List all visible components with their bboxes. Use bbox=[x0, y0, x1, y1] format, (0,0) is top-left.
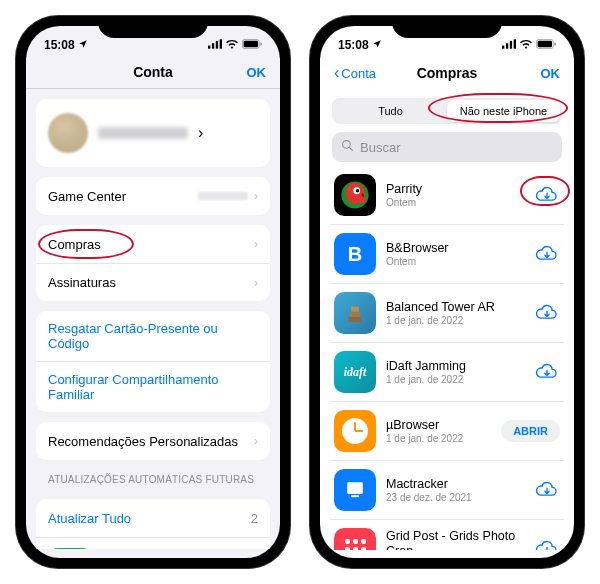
cloud-download-button[interactable] bbox=[534, 477, 560, 503]
signal-icon bbox=[502, 38, 516, 52]
back-button[interactable]: ‹ Conta bbox=[334, 64, 394, 82]
svg-rect-8 bbox=[506, 43, 508, 48]
app-name: Balanced Tower AR bbox=[386, 300, 524, 315]
svg-line-15 bbox=[349, 147, 352, 150]
app-icon bbox=[334, 528, 376, 550]
app-icon bbox=[334, 469, 376, 511]
resgatar-row[interactable]: Resgatar Cartão-Presente ou Código bbox=[36, 311, 270, 361]
svg-rect-9 bbox=[510, 41, 512, 49]
app-icon bbox=[334, 410, 376, 452]
assinaturas-row[interactable]: Assinaturas › bbox=[36, 263, 270, 301]
svg-rect-6 bbox=[260, 42, 261, 45]
profile-name-blurred bbox=[98, 127, 188, 139]
phone-right: 15:08 ‹ Conta Co bbox=[310, 16, 584, 568]
app-row-ubrowser[interactable]: µBrowser 1 de jan. de 2022 ABRIR bbox=[330, 402, 564, 461]
seg-nao-neste-iphone[interactable]: Não neste iPhone bbox=[447, 100, 560, 122]
nav-title: Conta bbox=[133, 64, 173, 80]
svg-rect-19 bbox=[349, 317, 362, 322]
screen-account: 15:08 Conta OK bbox=[26, 26, 280, 558]
updates-section-header: ATUALIZAÇÕES AUTOMÁTICAS FUTURAS bbox=[36, 460, 270, 489]
phone-left: 15:08 Conta OK bbox=[16, 16, 290, 568]
app-date: 1 de jan. de 2022 bbox=[386, 433, 491, 444]
svg-rect-20 bbox=[350, 312, 360, 317]
content-area: › Game Center › Compras › Assinaturas › bbox=[26, 89, 280, 549]
app-icon: B bbox=[334, 233, 376, 275]
location-icon bbox=[78, 38, 88, 52]
app-row-mactracker[interactable]: Mactracker 23 de dez. de 2021 bbox=[330, 461, 564, 520]
row-label: Assinaturas bbox=[48, 275, 116, 290]
svg-rect-21 bbox=[351, 307, 359, 312]
cloud-download-button[interactable] bbox=[534, 300, 560, 326]
svg-rect-23 bbox=[351, 495, 359, 497]
app-icon: idaft bbox=[334, 351, 376, 393]
svg-point-18 bbox=[356, 189, 359, 192]
app-date: 1 de jan. de 2022 bbox=[386, 374, 524, 385]
row-label: Configurar Compartilhamento Familiar bbox=[48, 372, 258, 402]
seg-tudo[interactable]: Tudo bbox=[334, 100, 447, 122]
notch bbox=[392, 16, 502, 38]
game-center-row[interactable]: Game Center › bbox=[36, 177, 270, 215]
row-label: Recomendações Personalizadas bbox=[48, 434, 238, 449]
ok-button[interactable]: OK bbox=[206, 65, 266, 80]
battery-icon bbox=[536, 38, 556, 52]
app-icon bbox=[334, 292, 376, 334]
app-row-idaft[interactable]: idaft iDaft Jamming 1 de jan. de 2022 bbox=[330, 343, 564, 402]
nav-bar: ‹ Conta Compras OK bbox=[320, 58, 574, 90]
atualizar-tudo-row[interactable]: Atualizar Tudo 2 bbox=[36, 499, 270, 537]
search-icon bbox=[341, 139, 354, 155]
cloud-download-button[interactable] bbox=[534, 241, 560, 267]
search-placeholder: Buscar bbox=[360, 140, 400, 155]
svg-rect-3 bbox=[220, 39, 222, 48]
nav-title: Compras bbox=[417, 65, 478, 81]
status-time: 15:08 bbox=[44, 38, 75, 52]
open-button[interactable]: ABRIR bbox=[501, 420, 560, 442]
row-label: Atualizar Tudo bbox=[48, 511, 131, 526]
svg-rect-1 bbox=[212, 43, 214, 48]
row-label: Game Center bbox=[48, 189, 126, 204]
app-date: 23 de dez. de 2021 bbox=[386, 492, 524, 503]
chevron-right-icon: › bbox=[254, 237, 258, 251]
updates-count: 2 bbox=[251, 511, 258, 526]
cloud-download-button[interactable] bbox=[534, 182, 560, 208]
izy-update-row[interactable]: iy intelbras Izy Smart Versão 1.1.5 ATUA… bbox=[36, 537, 270, 549]
chevron-left-icon: ‹ bbox=[334, 64, 339, 82]
app-date: 1 de jan. de 2022 bbox=[386, 315, 524, 326]
svg-rect-5 bbox=[244, 41, 258, 47]
profile-card[interactable]: › bbox=[36, 99, 270, 167]
nav-bar: Conta OK bbox=[26, 58, 280, 89]
battery-icon bbox=[242, 38, 262, 52]
segmented-control[interactable]: Tudo Não neste iPhone bbox=[332, 98, 562, 124]
gamecenter-value-blurred bbox=[198, 192, 248, 200]
search-input[interactable]: Buscar bbox=[332, 132, 562, 162]
row-label: Resgatar Cartão-Presente ou Código bbox=[48, 321, 258, 351]
app-name: iDaft Jamming bbox=[386, 359, 524, 374]
compart-row[interactable]: Configurar Compartilhamento Familiar bbox=[36, 361, 270, 412]
compras-row[interactable]: Compras › bbox=[36, 225, 270, 263]
svg-rect-0 bbox=[208, 46, 210, 49]
app-name: Mactracker bbox=[386, 477, 524, 492]
app-row-bbrowser[interactable]: B B&Browser Ontem bbox=[330, 225, 564, 284]
app-row-parrity[interactable]: Parrity Ontem bbox=[330, 166, 564, 225]
chevron-right-icon: › bbox=[198, 124, 203, 142]
avatar bbox=[48, 113, 88, 153]
status-time: 15:08 bbox=[338, 38, 369, 52]
back-label: Conta bbox=[341, 66, 376, 81]
notch bbox=[98, 16, 208, 38]
app-icon bbox=[334, 174, 376, 216]
content-area: Tudo Não neste iPhone Buscar bbox=[320, 90, 574, 550]
app-row-balanced[interactable]: Balanced Tower AR 1 de jan. de 2022 bbox=[330, 284, 564, 343]
app-date: Ontem bbox=[386, 197, 524, 208]
ok-button[interactable]: OK bbox=[500, 66, 560, 81]
cloud-download-button[interactable] bbox=[534, 359, 560, 385]
row-label: Compras bbox=[48, 237, 101, 252]
app-name: Parrity bbox=[386, 182, 524, 197]
location-icon bbox=[372, 38, 382, 52]
app-name: B&Browser bbox=[386, 241, 524, 256]
wifi-icon bbox=[519, 38, 533, 52]
cloud-download-button[interactable] bbox=[534, 536, 560, 550]
chevron-right-icon: › bbox=[254, 276, 258, 290]
recom-row[interactable]: Recomendações Personalizadas › bbox=[36, 422, 270, 460]
app-row-gridpost[interactable]: Grid Post - Grids Photo Crop 9 de dez. d… bbox=[330, 520, 564, 550]
chevron-right-icon: › bbox=[254, 434, 258, 448]
svg-rect-2 bbox=[216, 41, 218, 49]
